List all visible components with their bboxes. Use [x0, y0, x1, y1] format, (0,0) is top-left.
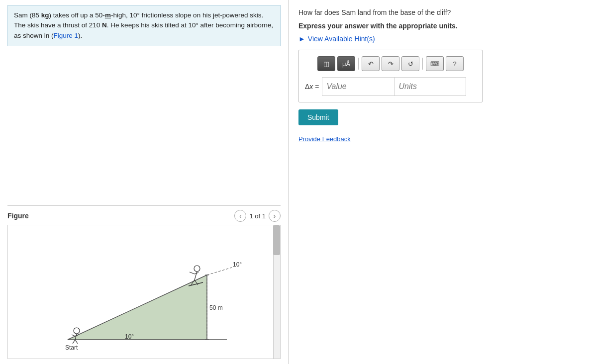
hint-arrow-icon: ►	[298, 35, 305, 43]
hint-toggle[interactable]: ► View Available Hint(s)	[298, 35, 579, 43]
scrollbar-track[interactable]	[273, 225, 280, 359]
svg-line-5	[190, 272, 195, 274]
question-line2: Express your answer with the appropriate…	[298, 22, 579, 30]
figure-svg: 10° Start 10°	[18, 230, 267, 359]
figure-link[interactable]: Figure 1	[54, 32, 79, 39]
toolbar-separator-1	[358, 58, 359, 70]
right-panel: How far does Sam land from the base of t…	[289, 0, 589, 364]
figure-nav: ‹ 1 of 1 ›	[234, 210, 281, 222]
start-label: Start	[65, 344, 78, 351]
figure-canvas: 10° Start 10°	[8, 225, 273, 359]
svg-line-12	[72, 335, 75, 336]
answer-box: ◫ μÅ ↶ ↷ ↺ ⌨ ? Δx =	[298, 50, 483, 102]
figure-image: 10° Start 10°	[7, 225, 281, 359]
units-input[interactable]	[394, 77, 466, 96]
left-panel: Sam (85 kg) takes off up a 50-m-high, 10…	[0, 0, 289, 364]
help-icon: ?	[453, 60, 456, 68]
height-label: 50 m	[209, 304, 223, 311]
help-button[interactable]: ?	[446, 56, 464, 71]
svg-line-4	[195, 272, 197, 280]
figure-title: Figure	[7, 212, 29, 220]
problem-sentence: Sam (85 kg) takes off up a 50-m-high, 10…	[14, 11, 273, 39]
angle-top-label: 10°	[233, 261, 242, 268]
redo-button[interactable]: ↷	[382, 56, 399, 71]
feedback-link[interactable]: Provide Feedback	[298, 135, 579, 143]
submit-button[interactable]: Submit	[298, 109, 338, 125]
angle-bottom-label: 10°	[125, 333, 134, 340]
problem-text: Sam (85 kg) takes off up a 50-m-high, 10…	[7, 5, 281, 46]
mu-button[interactable]: μÅ	[337, 56, 355, 71]
svg-line-2	[207, 268, 232, 275]
undo-button[interactable]: ↶	[362, 56, 380, 71]
svg-marker-1	[68, 275, 207, 340]
refresh-button[interactable]: ↺	[401, 56, 419, 71]
hint-label: View Available Hint(s)	[308, 35, 375, 43]
value-input[interactable]	[322, 77, 394, 96]
keyboard-icon: ⌨	[430, 60, 440, 68]
figure-prev-button[interactable]: ‹	[234, 210, 246, 222]
matrix-icon: ◫	[323, 60, 329, 68]
question-line1: How far does Sam land from the base of t…	[298, 7, 579, 18]
answer-label: Δx =	[305, 83, 319, 91]
figure-section: Figure ‹ 1 of 1 ›	[7, 205, 281, 359]
matrix-button[interactable]: ◫	[317, 56, 335, 71]
scrollbar-thumb[interactable]	[273, 225, 280, 255]
svg-line-14	[73, 340, 75, 344]
mu-icon: μÅ	[342, 60, 350, 68]
svg-line-15	[75, 340, 78, 344]
toolbar: ◫ μÅ ↶ ↷ ↺ ⌨ ?	[305, 56, 476, 71]
toolbar-separator-2	[422, 58, 423, 70]
figure-next-button[interactable]: ›	[269, 210, 281, 222]
figure-count: 1 of 1	[249, 212, 266, 220]
undo-icon: ↶	[368, 60, 374, 68]
svg-point-3	[194, 266, 200, 272]
svg-point-10	[74, 328, 80, 334]
keyboard-button[interactable]: ⌨	[426, 56, 444, 71]
input-row: Δx =	[305, 77, 476, 96]
refresh-icon: ↺	[408, 60, 413, 68]
redo-icon: ↷	[388, 60, 393, 68]
figure-header: Figure ‹ 1 of 1 ›	[7, 206, 281, 225]
